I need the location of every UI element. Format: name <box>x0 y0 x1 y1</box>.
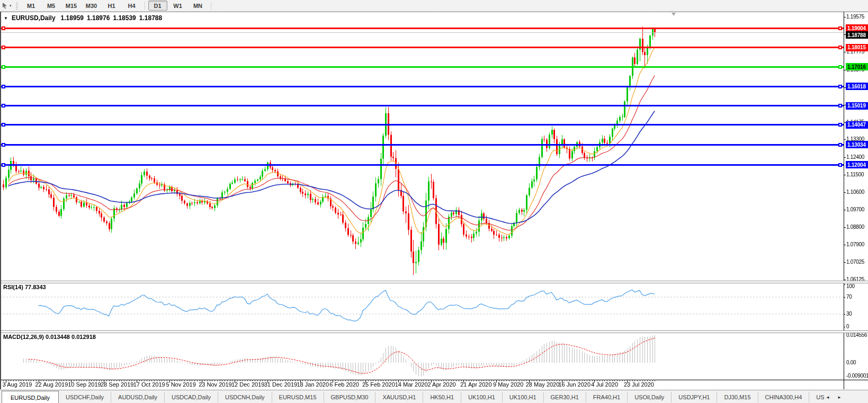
tab-scroll-left-button[interactable]: ◄ <box>824 393 831 401</box>
chart-tab-usoil-h4[interactable]: USOil,H4 <box>809 392 824 402</box>
timeframe-button-m1[interactable]: M1 <box>22 1 41 11</box>
tab-scroll-right-button[interactable]: ► <box>836 393 843 401</box>
rsi-macd-splitter[interactable] <box>0 330 868 333</box>
chart-tab-gbpusd-m30[interactable]: GBPUSD,M30 <box>324 392 376 402</box>
line-left-handle[interactable] <box>2 46 5 49</box>
horizontal-line-1-13034[interactable] <box>1 144 844 146</box>
line-left-handle[interactable] <box>2 85 5 88</box>
chart-title: ▼ EURUSD,Daily 1.18959 1.18976 1.18539 1… <box>4 14 162 22</box>
time-axis-label: 17 Oct 2019 <box>133 381 165 388</box>
line-price-label: 1.16018 <box>846 83 868 90</box>
chart-tab-uk100-h1[interactable]: UK100,H1 <box>503 392 544 402</box>
chart-tab-ger30-h1[interactable]: GER30,H1 <box>544 392 586 402</box>
time-axis-label: 12 Dec 2019 <box>231 381 264 388</box>
timeframe-button-m5[interactable]: M5 <box>42 1 61 11</box>
line-right-handle[interactable] <box>838 65 842 69</box>
chart-tab-usoil-daily[interactable]: USOil,Daily <box>628 392 672 402</box>
line-price-label: 1.18015 <box>846 44 868 51</box>
line-left-handle[interactable] <box>2 123 5 127</box>
timeframe-button-d1[interactable]: D1 <box>148 1 167 11</box>
line-price-label: 1.12004 <box>846 161 868 168</box>
line-right-handle[interactable] <box>838 46 842 49</box>
chart-open-value: 1.18959 <box>61 14 84 22</box>
chart-tab-fra40-h1[interactable]: FRA40,H1 <box>586 392 628 402</box>
time-axis-label: 6 Feb 2020 <box>329 381 359 388</box>
macd-indicator-label: MACD(12,26,9) 0.013448 0.012918 <box>3 334 96 340</box>
time-axis-label: 21 Apr 2020 <box>460 381 491 388</box>
current-price-label: 1.18788 <box>846 31 868 39</box>
line-price-label: 1.14047 <box>846 121 868 129</box>
horizontal-line-1-17016[interactable] <box>1 66 844 68</box>
rsi-indicator-label: RSI(14) 77.8343 <box>3 284 46 290</box>
horizontal-line-1-18015[interactable] <box>1 47 844 48</box>
horizontal-line-1-14047[interactable] <box>1 124 844 126</box>
chart-shift-marker[interactable] <box>672 13 676 16</box>
main-rsi-splitter[interactable] <box>0 281 868 283</box>
time-axis-label: 16 Jun 2020 <box>559 381 591 388</box>
collapse-arrow-icon[interactable]: ▼ <box>4 16 8 21</box>
horizontal-line-1-19004[interactable] <box>1 28 844 29</box>
chart-tabs: EURUSD,DailyUSDCHF,DailyAUDUSD,DailyUSDC… <box>2 390 824 403</box>
time-axis-label: 5 Nov 2019 <box>166 381 196 388</box>
macd-axis-tick: -0.009001 <box>846 373 868 379</box>
horizontal-line-1-15019[interactable] <box>1 105 844 106</box>
line-left-handle[interactable] <box>2 65 5 69</box>
time-axis-label: 28 Sep 2019 <box>101 381 133 388</box>
timeframe-button-m15[interactable]: M15 <box>62 1 81 11</box>
chart-tab-hk50-h1[interactable]: HK50,H1 <box>423 392 461 402</box>
chart-tab-usdchf-daily[interactable]: USDCHF,Daily <box>59 392 111 402</box>
time-axis-label: 18 Jan 2020 <box>297 381 329 388</box>
price-axis-tick: 1.09700 <box>846 207 864 213</box>
chart-tab-eurusd-daily[interactable]: EURUSD,Daily <box>2 391 59 403</box>
cursor-tool-icon[interactable] <box>1 2 9 10</box>
line-left-handle[interactable] <box>2 163 5 167</box>
time-axis-label: 28 May 2020 <box>526 381 560 388</box>
toolbar-separator <box>211 2 211 10</box>
line-right-handle[interactable] <box>838 85 842 88</box>
time-axis-label: 9 May 2020 <box>493 381 523 388</box>
line-price-label: 1.15019 <box>846 102 868 110</box>
price-axis-tick: 1.07900 <box>846 241 864 248</box>
price-axis-tick: 1.10600 <box>846 189 864 195</box>
toolbar-separator <box>145 2 145 10</box>
chart-tab-usdjpy-h1[interactable]: USDJPY,H1 <box>672 392 717 402</box>
line-right-handle[interactable] <box>838 123 842 127</box>
top-toolbar: ▾ M1M5M15M30H1H4D1W1MN <box>0 0 868 12</box>
line-left-handle[interactable] <box>2 26 5 30</box>
horizontal-line-1-12004[interactable] <box>1 164 844 166</box>
chart-window-left-border <box>0 12 1 389</box>
timeframe-button-mn[interactable]: MN <box>189 1 208 11</box>
line-right-handle[interactable] <box>838 163 842 167</box>
toolbar-grip[interactable] <box>16 2 18 10</box>
timeframe-toolbar: M1M5M15M30H1H4D1W1MN <box>21 1 214 11</box>
chart-tab-eurusd-m15[interactable]: EURUSD,M15 <box>272 392 324 402</box>
line-right-handle[interactable] <box>838 26 842 30</box>
chart-tab-china300-h4[interactable]: CHINA300,H4 <box>758 392 810 402</box>
rsi-axis-tick: 0 <box>846 324 849 330</box>
timeframe-button-h4[interactable]: H4 <box>122 1 141 11</box>
rsi-axis-tick: 70 <box>846 294 852 300</box>
chart-tab-xauusd-h1[interactable]: XAUUSD,H1 <box>375 392 423 402</box>
timeframe-button-m30[interactable]: M30 <box>82 1 101 11</box>
chart-tab-audusd-daily[interactable]: AUDUSD,Daily <box>111 392 165 402</box>
line-right-handle[interactable] <box>838 104 842 108</box>
line-price-label: 1.13034 <box>846 141 868 148</box>
dropdown-caret-icon[interactable]: ▾ <box>10 4 12 8</box>
horizontal-line-1-16018[interactable] <box>1 86 844 87</box>
chart-tab-dj30-m15[interactable]: DJ30,M15 <box>717 392 758 402</box>
price-chart-canvas[interactable] <box>0 0 868 403</box>
line-left-handle[interactable] <box>2 104 5 108</box>
timeframe-button-w1[interactable]: W1 <box>168 1 187 11</box>
chart-symbol-period: EURUSD,Daily <box>12 14 56 22</box>
line-right-handle[interactable] <box>838 143 842 147</box>
timeframe-button-h1[interactable]: H1 <box>102 1 121 11</box>
line-left-handle[interactable] <box>2 143 5 147</box>
chart-tab-usdcad-daily[interactable]: USDCAD,Daily <box>165 392 218 402</box>
price-axis-tick: 1.08800 <box>846 224 864 230</box>
line-price-label: 1.19004 <box>846 24 868 32</box>
chart-tab-usdcnh-daily[interactable]: USDCNH,Daily <box>218 392 272 402</box>
chart-tab-uk100-h1[interactable]: UK100,H1 <box>461 392 503 402</box>
time-axis-label: 4 Jul 2020 <box>591 381 618 388</box>
price-axis-tick: 1.11500 <box>846 172 864 178</box>
current-price-line <box>1 32 844 33</box>
